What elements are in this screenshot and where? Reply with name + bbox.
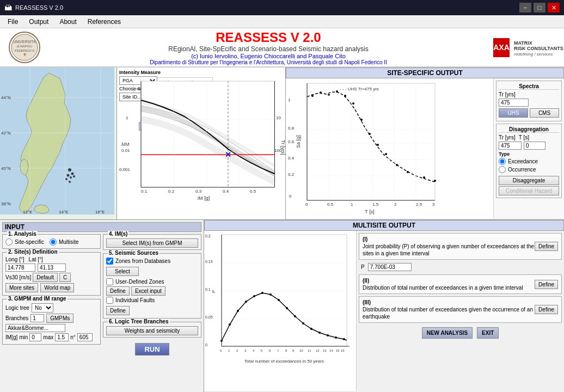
spectra-controls: Spectra Tr [yrs] UHS CMS Disag (493, 78, 564, 218)
svg-text:1: 1 (351, 202, 353, 207)
header: UNIVERSITÀ di NAPOLI FEDERICO II ⚜ REASS… (0, 28, 564, 68)
define-i-button[interactable]: Define (535, 242, 558, 251)
disagg-t-input[interactable] (524, 142, 545, 150)
spectra-group: Spectra Tr [yrs] UHS CMS (496, 81, 562, 121)
svg-text:Sa [g]: Sa [g] (296, 135, 301, 148)
multisite-content: 0 0.05 0.1 0.15 0.2 P 0 1 2 (204, 231, 564, 391)
section-i-title: (I) (363, 236, 535, 243)
svg-text:15: 15 (336, 349, 340, 352)
multisite-panel: MULTISITE OUTPUT (204, 220, 564, 392)
disagg-tr-input[interactable] (499, 142, 522, 150)
p-value-input[interactable] (368, 263, 412, 271)
long-label: Long [°] (5, 256, 24, 262)
svg-text:44°N: 44°N (1, 95, 11, 100)
close-button[interactable]: ✕ (548, 3, 560, 13)
svg-point-67 (360, 119, 363, 121)
multisite-radio[interactable] (50, 238, 57, 246)
latitude-input[interactable] (38, 264, 66, 272)
exceedance-radio[interactable] (499, 158, 506, 165)
disaggregate-button[interactable]: Disaggregate (499, 176, 559, 185)
zones-db-checkbox[interactable] (106, 258, 113, 265)
svg-rect-51 (274, 81, 275, 187)
svg-text:λIM: λIM (121, 142, 130, 147)
im-group: 4. IM(s) Select IM(s) from GMPM (103, 234, 201, 250)
svg-text:Total number of exceedances in: Total number of exceedances in 50 years (244, 359, 324, 364)
main: 44°N 42°N 40°N 38°N 12°E 14°E 16°E (0, 68, 564, 392)
svg-text:UNIVERSITÀ: UNIVERSITÀ (13, 39, 36, 44)
svg-text:40°N: 40°N (1, 166, 11, 171)
spectra-chart: - - - UHS Tr=475 yrs 1 0.8 0.6 0.4 0.2 0… (286, 78, 493, 218)
site-specific-radio[interactable] (5, 238, 13, 246)
select-im-button[interactable]: Select IM(s) from GMPM (106, 238, 198, 248)
run-button[interactable]: RUN (135, 343, 169, 356)
svg-text:0: 0 (305, 202, 308, 207)
individual-faults-label: Individual Faults (115, 297, 155, 303)
svg-text:8: 8 (285, 349, 287, 352)
individual-faults-checkbox[interactable] (106, 297, 113, 304)
cms-button[interactable]: CMS (530, 108, 559, 118)
default-button[interactable]: Default (33, 273, 58, 282)
more-sites-button[interactable]: More sites (5, 283, 38, 292)
conditional-hazard-button[interactable]: Conditional Hazard (499, 186, 559, 195)
svg-text:10: 10 (276, 115, 281, 120)
user-defined-checkbox[interactable] (106, 278, 113, 285)
define-iii-button[interactable]: Define (535, 305, 558, 314)
map-svg: 44°N 42°N 40°N 38°N 12°E 14°E 16°E (0, 68, 114, 215)
svg-text:0.2: 0.2 (205, 234, 211, 238)
section-ii-box: (II) Distribution of total number of exc… (359, 274, 562, 294)
svg-point-65 (344, 95, 346, 97)
uhs-button[interactable]: UHS (499, 108, 528, 118)
svg-text:7: 7 (277, 349, 279, 352)
multisite-title: MULTISITE OUTPUT (204, 220, 564, 231)
define-ii-button[interactable]: Define (535, 280, 558, 289)
maximize-button[interactable]: □ (534, 3, 545, 13)
menu-references[interactable]: References (82, 17, 126, 27)
minimize-button[interactable]: − (519, 3, 531, 13)
tr-input[interactable] (499, 99, 529, 107)
svg-text:0.6: 0.6 (288, 139, 295, 144)
select-zones-button[interactable]: Select (106, 267, 139, 276)
svg-point-105 (237, 310, 239, 312)
svg-text:0.1: 0.1 (205, 287, 211, 291)
bottom-section: INPUT 1. Analysis Site-specific Multisit… (0, 220, 564, 392)
disagg-title: Disaggregation (499, 126, 559, 133)
svg-text:MATRIX: MATRIX (514, 40, 532, 46)
seismic-sources-title: 5. Seismic Sources (108, 250, 160, 256)
svg-text:12°E: 12°E (23, 210, 32, 215)
define-faults-button[interactable]: Define (106, 306, 130, 315)
section-iii-box: (III) Distribution of total number of ex… (359, 296, 562, 323)
menu-file[interactable]: File (2, 17, 23, 27)
gmpms-button[interactable]: GMPMs (46, 314, 73, 323)
svg-point-116 (327, 334, 329, 336)
svg-point-74 (434, 180, 436, 182)
svg-point-68 (369, 133, 371, 135)
menu-about[interactable]: About (54, 17, 82, 27)
exit-button[interactable]: EXIT (477, 327, 499, 339)
longitude-input[interactable] (5, 264, 35, 272)
occurrence-radio[interactable] (499, 166, 506, 173)
svg-text:14: 14 (329, 349, 333, 352)
app-authors: (c) Iunio Iervolino, Eugenio Chioccarell… (44, 53, 493, 59)
disagg-group: Disaggregation Tr [yrs] T [s] Type E (496, 124, 562, 198)
c-button[interactable]: C (59, 273, 71, 282)
n-input[interactable] (77, 333, 93, 341)
weights-button[interactable]: Weights and seismicity (106, 326, 198, 335)
logic-tree-select[interactable]: No Yes (32, 303, 53, 313)
svg-text:9: 9 (292, 349, 295, 352)
define-zones-button[interactable]: Define (106, 286, 130, 296)
svg-point-34 (65, 178, 68, 180)
gmpm-input[interactable] (5, 324, 65, 332)
svg-text:14°E: 14°E (59, 210, 68, 215)
branches-input[interactable] (30, 314, 44, 322)
section-ii-text: Distribution of total number of exceedan… (363, 284, 535, 291)
svg-point-32 (73, 175, 75, 177)
multisite-label: Multisite (59, 239, 79, 245)
section-i-box: (I) Joint probability (P) of observing a… (359, 233, 562, 260)
excel-input-button[interactable]: Excel input (131, 286, 165, 296)
svg-text:0.8: 0.8 (288, 126, 295, 131)
max-input[interactable] (55, 333, 69, 341)
min-input[interactable] (29, 333, 41, 341)
menu-output[interactable]: Output (23, 17, 54, 27)
world-map-button[interactable]: World map (40, 283, 74, 292)
new-analysis-button[interactable]: NEW ANALYSIS (422, 327, 473, 339)
